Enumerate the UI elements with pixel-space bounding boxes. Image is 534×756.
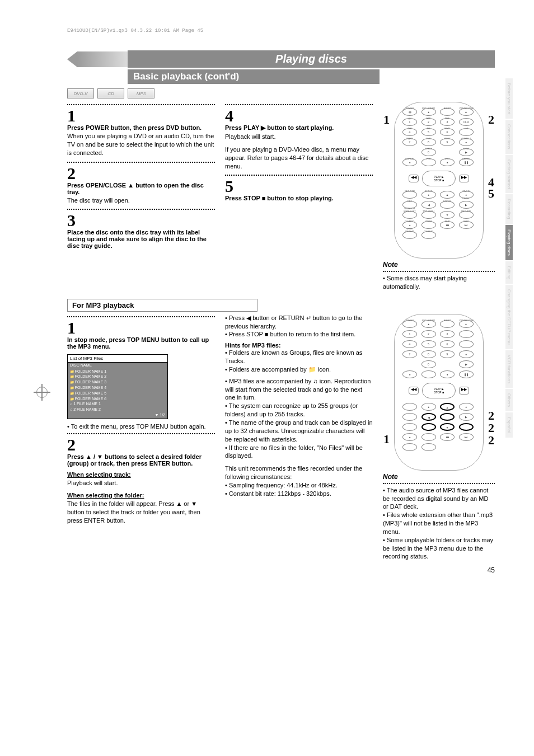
tab-setup: Changing the SETUP menu xyxy=(505,285,513,349)
note1-body: Some discs may start playing automatical… xyxy=(383,274,495,291)
r2-enter-highlighted xyxy=(440,413,455,421)
btn-9: WXYZ9 xyxy=(440,138,455,146)
step-1-body: When you are playing a DVD or an audio C… xyxy=(67,132,215,157)
r2-clear: ● xyxy=(402,433,417,441)
btn-cmskip: CM SKIP xyxy=(421,231,436,239)
r2-0: 0 xyxy=(421,360,436,368)
r2-display: ● xyxy=(402,370,417,378)
mp3-screen: List of MP3 Files DISC NAME FOLDER NAME … xyxy=(67,354,168,419)
rev-button: ◀◀ xyxy=(409,175,419,182)
dvd-icon: DVD-V xyxy=(67,88,94,98)
mp3-step1-num: 1 xyxy=(67,320,215,336)
print-header: E9410UD(EN/SP)v1.qx3 04.3.22 10:01 AM Pa… xyxy=(67,28,495,34)
remote2-pointer-2c: 2 xyxy=(488,433,494,448)
subtitle: Basic playback (cont'd) xyxy=(128,69,380,84)
r2-cmskip xyxy=(421,443,436,451)
step-1-num: 1 xyxy=(67,107,215,124)
r2-setup: ● xyxy=(421,403,436,411)
mp3-section-title: For MP3 playback xyxy=(67,299,257,312)
side-tabs: Before you start Connections Getting sta… xyxy=(505,78,513,438)
tab-connections: Connections xyxy=(505,120,513,153)
r2-9: 9 xyxy=(440,350,455,358)
rec-intro: This unit recommends the files recorded … xyxy=(225,464,373,481)
r2-5: 5 xyxy=(421,340,436,348)
r2-skipb: ⏮ xyxy=(440,433,455,441)
btn-setup: SETUP● xyxy=(421,191,436,199)
hints-h: Hints for MP3 files: xyxy=(225,342,373,349)
btn-timer: TIMER PROG.● xyxy=(459,191,474,199)
r2-8: 8 xyxy=(421,350,436,358)
r2-topmenu-highlighted xyxy=(421,423,436,431)
mp3-file-2: 2 FILE NAME 2 xyxy=(70,407,165,412)
mp3-folder-6: FOLDER NAME 6 xyxy=(70,396,165,402)
note2-b3: Some unplayable folders or tracks may be… xyxy=(383,536,495,561)
title-tail xyxy=(77,51,128,67)
page-title: Playing discs xyxy=(128,50,495,68)
btn-pause: PAUSE❚❚ xyxy=(459,158,474,166)
step-5-num: 5 xyxy=(225,178,373,195)
remote-diagram-2: 1 2 2 2 POWER REC SPEED● AUDIO OPEN/CLOS… xyxy=(394,314,484,471)
r2-playstop: PLAY ▶ STOP ■ xyxy=(422,383,456,398)
step-1-head: Press POWER button, then press DVD butto… xyxy=(67,124,215,131)
disc-icons: DVD-V CD MP3 xyxy=(67,88,495,98)
btn-enter: ENTER xyxy=(440,201,455,209)
mp3-folder-3: FOLDER NAME 3 xyxy=(70,379,165,385)
r2-timer: ● xyxy=(459,403,474,411)
hint-4: The system can recognize up to 255 group… xyxy=(225,402,373,419)
mp3-step2-head: Press ▲ / ▼ buttons to select a desired … xyxy=(67,453,215,467)
tab-recording: Recording xyxy=(505,194,513,223)
registration-mark-icon xyxy=(34,384,50,401)
btn-repeat: REPEAT xyxy=(402,231,417,239)
r2-vcr xyxy=(421,370,436,378)
steps-col-mid: 4 Press PLAY ▶ button to start playing. … xyxy=(225,102,373,291)
mp3-icon: MP3 xyxy=(128,88,154,98)
r2-6: 6 xyxy=(440,340,455,348)
step-4-head: Press PLAY ▶ button to start playing. xyxy=(225,124,373,132)
btn-7: PQRS7 xyxy=(402,138,417,146)
step-5-head: Press STOP ■ button to stop playing. xyxy=(225,195,373,201)
when-track-b: Playback will start. xyxy=(67,479,215,487)
fwd-button: ▶▶ xyxy=(459,175,469,182)
r2-repeat xyxy=(402,443,417,451)
tab-others: Others xyxy=(505,389,513,411)
mp3-col-mid: Press ◀ button or RETURN ↵ button to go … xyxy=(225,314,373,561)
tab-getting: Getting started xyxy=(505,155,513,193)
r2-4: 4 xyxy=(402,340,417,348)
btn-display: DISPLAY● xyxy=(402,158,417,166)
r2-p10 xyxy=(459,340,474,348)
r2-zoom xyxy=(421,433,436,441)
mp3-folder-2: FOLDER NAME 2 xyxy=(70,374,165,379)
step-2-num: 2 xyxy=(67,165,215,182)
steps-col-left: 1 Press POWER button, then press DVD but… xyxy=(67,102,215,291)
r2-fwd: ▶▶ xyxy=(459,387,469,395)
arrow-icon xyxy=(67,51,77,67)
hint-1: Folders are known as Groups, files are k… xyxy=(225,349,373,365)
rec-2: Constant bit rate: 112kbps - 320kbps. xyxy=(225,490,373,498)
mp3-col-left: 1 In stop mode, press TOP MENU button to… xyxy=(67,314,215,561)
r2-3: 3 xyxy=(440,330,455,338)
r2-recotr xyxy=(402,403,417,411)
mp3-folder-1: FOLDER NAME 1 xyxy=(70,369,165,374)
mp3-stop: Press STOP ■ button to return to the fir… xyxy=(225,330,373,339)
mp3-exit-note: To exit the menu, press TOP MENU button … xyxy=(67,422,215,431)
tab-before: Before you start xyxy=(505,78,513,119)
page-number: 45 xyxy=(67,566,495,574)
r2-down-highlighted: ▼ xyxy=(440,423,455,431)
r2-rev: ◀◀ xyxy=(409,387,419,395)
mp3-step1-head: In stop mode, press TOP MENU button to c… xyxy=(67,336,215,350)
step-2-body: The disc tray will open. xyxy=(67,196,215,205)
mp3-folder-4: FOLDER NAME 4 xyxy=(70,385,165,391)
remote-diagram-1: 1 2 4 5 POWER⏻ REC SPEED● AUDIO OPEN/CLO… xyxy=(394,102,484,259)
mp3-screen-title: List of MP3 Files xyxy=(68,355,167,363)
r2-openclose: OPEN/CLOSE▲ xyxy=(459,320,474,328)
title-banner: Playing discs xyxy=(67,50,495,68)
btn-skipf: SKIP⏭ xyxy=(459,221,474,229)
hint-2: Folders are accompanied by 📁 icon. xyxy=(225,365,373,374)
note2-b2: Files whole extension other than ".mp3 (… xyxy=(383,511,495,536)
r2-slow: ▶ xyxy=(459,360,474,368)
btn-skipb: SKIP⏮ xyxy=(440,221,455,229)
remote2-pointer-1: 1 xyxy=(383,432,390,447)
r2-pause: ❚❚ xyxy=(459,370,474,378)
note2-b1: The audio source of MP3 files cannot be … xyxy=(383,486,495,511)
when-folder-h: When selecting the folder: xyxy=(67,492,215,499)
